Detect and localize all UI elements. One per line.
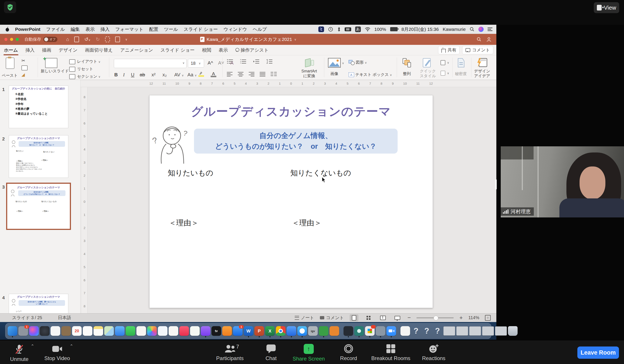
grow-font-button[interactable]: A^ [208, 60, 213, 66]
numbered-list-icon[interactable] [240, 59, 247, 64]
sensitivity-label[interactable]: 秘密度 [453, 71, 468, 76]
bluetooth-icon[interactable] [337, 27, 341, 32]
participant-video[interactable]: 河村理恵 [501, 146, 624, 218]
bold-button[interactable]: B [114, 72, 118, 78]
font-name-select[interactable]: ∨ [114, 59, 186, 68]
print-preview-icon[interactable] [105, 37, 110, 42]
tab-5[interactable]: 画面切り替え [84, 46, 113, 54]
save-icon[interactable] [74, 37, 79, 42]
arrange-icon[interactable] [402, 58, 412, 68]
menubar-user[interactable]: Kawamurie [443, 27, 466, 32]
video-options-chevron[interactable]: ⌃ [70, 343, 73, 349]
bullet-list-icon[interactable] [227, 59, 234, 64]
menu-1[interactable]: ファイル [46, 26, 65, 32]
new-slide-icon[interactable] [45, 58, 57, 68]
search-icon[interactable] [477, 37, 481, 42]
align-center-icon[interactable] [238, 72, 244, 77]
facetime-dock-icon[interactable] [126, 326, 135, 336]
safari-dock-icon[interactable] [297, 326, 307, 336]
chat-button[interactable]: Chat [261, 344, 281, 361]
record-button[interactable]: Record [337, 344, 360, 361]
columns-icon[interactable] [271, 72, 277, 77]
panel-divider-handle[interactable] [495, 179, 497, 190]
photos-dock-icon[interactable] [147, 326, 157, 336]
copy-icon[interactable] [22, 65, 27, 71]
arrange-label[interactable]: 整列 [399, 71, 415, 76]
redo-icon[interactable]: ↻ [96, 37, 100, 42]
zoom-dock-icon[interactable] [387, 326, 396, 336]
missing-3-dock-icon[interactable]: ? [433, 326, 442, 336]
share-screen-button[interactable]: ↑ Share Screen [291, 344, 326, 362]
zoom-percent[interactable]: 114% [468, 315, 479, 320]
spotlight-search-icon[interactable] [470, 27, 474, 32]
tab-4[interactable]: デザイン [58, 46, 78, 54]
folder-dock-icon[interactable] [61, 326, 71, 336]
menu-9[interactable]: ウィンドウ [224, 26, 247, 32]
zoom-in-button[interactable]: + [459, 314, 463, 321]
shape-fill-button[interactable]: ∨ [441, 60, 449, 65]
pages-dock-icon[interactable] [136, 326, 146, 336]
textbox-button[interactable]: A テキスト ボックス ∨ [349, 72, 392, 77]
discussion-topic-box[interactable]: 自分の全ゲノム情報、 どういうものが知りたい？ or 知りたくない？ [194, 129, 398, 154]
change-case-button[interactable]: Aa ∨ [187, 72, 197, 78]
podcasts-dock-icon[interactable] [201, 326, 210, 336]
slideshow-view-button[interactable] [393, 314, 402, 321]
highlight-color-button[interactable] [198, 72, 204, 77]
autosave-toggle[interactable]: オフ [43, 37, 57, 42]
account-person-icon[interactable] [486, 37, 492, 42]
reason-left-label[interactable]: ＜理由＞ [169, 218, 199, 228]
messages-dock-icon[interactable] [115, 326, 125, 336]
window-1-dock-icon[interactable] [443, 326, 455, 336]
app-store-dock-icon[interactable]: 1 [233, 326, 243, 336]
textedit-dock-icon[interactable] [169, 326, 178, 336]
preview-dock-icon[interactable] [51, 326, 60, 336]
indent-icon[interactable] [253, 59, 260, 64]
section-button[interactable]: セクション ∨ [69, 74, 101, 79]
music-dock-icon[interactable] [179, 326, 189, 336]
home-icon[interactable]: ⌂ [66, 37, 69, 42]
picture-label[interactable]: 画像 [328, 71, 341, 76]
share-node-app-dock-icon[interactable] [343, 326, 353, 336]
tab-2[interactable]: 挿入 [25, 46, 35, 54]
mail-dock-icon[interactable] [286, 326, 296, 336]
window-3-dock-icon[interactable] [469, 326, 481, 336]
window-4-dock-icon[interactable] [482, 326, 494, 336]
shrink-font-button[interactable]: A˅ [218, 60, 224, 66]
picture-icon[interactable] [328, 58, 341, 68]
system-preferences-dock-icon[interactable]: 1 [18, 326, 28, 336]
books-dock-icon[interactable] [222, 326, 232, 336]
screenshot-doc-dock-icon[interactable] [376, 326, 385, 336]
normal-view-button[interactable] [350, 314, 358, 321]
comments-button[interactable]: コメント [462, 46, 493, 54]
shapes-button[interactable]: 図形 ∨ [349, 60, 367, 65]
layout-button[interactable]: レイアウト ∨ [69, 59, 101, 64]
new-slide-label[interactable]: 新しいスライド [41, 69, 61, 74]
notes-button[interactable]: ノート [295, 315, 314, 321]
notes-dock-icon[interactable] [94, 326, 103, 336]
fullscreen-window-button[interactable] [16, 38, 19, 41]
reset-button[interactable]: リセット [69, 66, 93, 72]
apple-tv-dock-icon[interactable]: tv [211, 326, 221, 336]
meeting-security-shield-button[interactable] [4, 1, 16, 13]
calendar-dock-icon[interactable]: 20 [72, 326, 82, 336]
input-method-icon[interactable]: あ [355, 26, 361, 32]
thinking-man-illustration[interactable]: ? ? [152, 120, 193, 166]
toolbar-overflow-icon[interactable]: ∨ [125, 38, 128, 41]
font-color-button[interactable]: A [211, 71, 216, 77]
numbers-dock-icon[interactable] [190, 326, 200, 336]
want-to-know-heading[interactable]: 知りたいもの [168, 168, 213, 178]
menu-3[interactable]: 表示 [85, 26, 95, 32]
quick-styles-label[interactable]: クイックスタイル [417, 69, 438, 78]
align-left-icon[interactable] [227, 72, 233, 77]
minimize-window-button[interactable] [10, 38, 13, 41]
tab-3[interactable]: 描画 [42, 46, 52, 54]
slide-canvas[interactable]: グループディスカッションのテーマ ? ? 自分の全ゲノム情報、 どういうものが知… [149, 95, 433, 308]
design-ideas-label[interactable]: デザインアイデア [473, 69, 491, 78]
zoom-out-button[interactable]: − [408, 314, 411, 321]
design-ideas-icon[interactable] [476, 57, 487, 68]
zoom-slider-knob[interactable] [434, 316, 438, 320]
menu-10[interactable]: ヘルプ [253, 26, 267, 32]
smartart-label[interactable]: SmartArtに変換 [296, 69, 322, 78]
reminders-dock-icon[interactable] [83, 326, 92, 336]
powerpoint-dock-icon[interactable]: P [254, 326, 264, 336]
